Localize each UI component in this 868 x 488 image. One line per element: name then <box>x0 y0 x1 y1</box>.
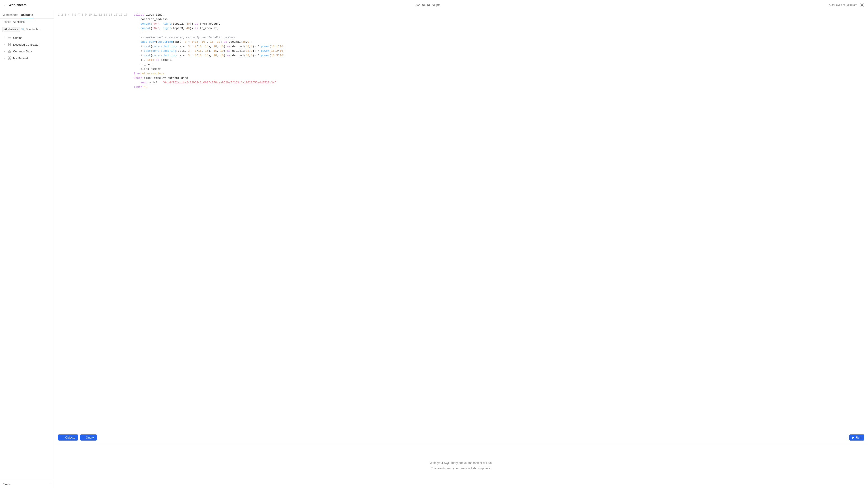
decoded-contracts-icon <box>8 43 11 46</box>
results-hint-line1: Write your SQL query above and then clic… <box>430 460 492 465</box>
toolbar-left: ← Objects ↑ Query <box>58 434 97 441</box>
filter-input[interactable] <box>26 28 52 31</box>
settings-button[interactable]: ⚙ <box>860 3 864 7</box>
chevron-down-icon: ▾ <box>17 28 18 31</box>
sidebar-item-common-data-label: Common Data <box>13 50 32 53</box>
svg-rect-7 <box>10 52 11 53</box>
results-area: Write your SQL query above and then clic… <box>54 443 868 488</box>
svg-rect-10 <box>8 58 9 59</box>
line-numbers: 1 2 3 4 5 6 7 8 9 10 11 12 13 14 15 16 1… <box>54 13 130 429</box>
fields-label: Fields <box>3 483 11 486</box>
common-data-icon <box>8 50 11 53</box>
results-hint: Write your SQL query above and then clic… <box>430 460 492 471</box>
svg-rect-8 <box>8 57 9 58</box>
main-layout: Worksheets Datasets Pinned All chains Al… <box>0 10 868 488</box>
header: ← Worksheets 2022-06-13 9:30pm AutoSaved… <box>0 0 868 10</box>
search-icon: 🔍 <box>21 28 25 31</box>
header-timestamp: 2022-06-13 9:30pm <box>415 3 440 6</box>
code-content[interactable]: select block_time, contract_address, con… <box>130 13 868 429</box>
code-editor: 1 2 3 4 5 6 7 8 9 10 11 12 13 14 15 16 1… <box>54 10 868 432</box>
chevron-right-icon: › <box>3 57 6 60</box>
bottom-toolbar: ← Objects ↑ Query ▶ Run <box>54 432 868 443</box>
chevron-right-icon: › <box>3 36 6 39</box>
query-arrow-icon: ↑ <box>83 436 85 439</box>
svg-rect-9 <box>10 57 11 58</box>
query-button[interactable]: ↑ Query <box>80 434 97 441</box>
chevron-right-icon: › <box>3 43 6 46</box>
svg-rect-4 <box>8 50 9 51</box>
chains-icon <box>8 36 11 39</box>
svg-rect-5 <box>10 50 11 51</box>
sidebar: Worksheets Datasets Pinned All chains Al… <box>0 10 54 488</box>
chevron-right-icon: › <box>3 50 6 53</box>
sidebar-pinned: Pinned All chains <box>0 19 54 25</box>
sidebar-nav: › Chains › <box>0 33 54 480</box>
sidebar-filter: All chains ▾ 🔍 <box>0 25 54 33</box>
run-button[interactable]: ▶ Run <box>849 434 864 441</box>
page-title: Worksheets <box>8 3 26 7</box>
svg-rect-6 <box>8 52 9 53</box>
code-editor-container[interactable]: 1 2 3 4 5 6 7 8 9 10 11 12 13 14 15 16 1… <box>54 10 868 432</box>
header-left: ← Worksheets <box>4 3 26 7</box>
filter-search-container: 🔍 <box>21 28 52 31</box>
sidebar-item-my-dataset-label: My Dataset <box>13 57 28 60</box>
objects-arrow-icon: ← <box>61 436 64 439</box>
sidebar-item-decoded-label: Decoded Contracts <box>13 43 38 46</box>
fields-section: Fields − <box>0 480 54 488</box>
back-icon: ← <box>4 3 7 7</box>
sidebar-item-common-data[interactable]: › Common Data <box>0 48 54 55</box>
sidebar-item-chains-label: Chains <box>13 36 22 39</box>
run-play-icon: ▶ <box>852 436 855 439</box>
my-dataset-icon <box>8 56 11 60</box>
sidebar-item-decoded-contracts[interactable]: › Decoded Contracts <box>0 41 54 48</box>
all-chains-value: All chains <box>13 20 24 24</box>
fields-toggle-button[interactable]: − <box>49 482 51 486</box>
sidebar-item-my-dataset[interactable]: › My Dataset <box>0 55 54 61</box>
editor-area: 1 2 3 4 5 6 7 8 9 10 11 12 13 14 15 16 1… <box>54 10 868 488</box>
autosave-status: AutoSaved at 03:18 am <box>829 3 857 6</box>
results-hint-line2: The results from your query will show up… <box>430 466 492 471</box>
objects-button[interactable]: ← Objects <box>58 434 78 441</box>
pinned-label: Pinned <box>3 20 11 24</box>
sidebar-item-chains[interactable]: › Chains <box>0 34 54 41</box>
chain-selector[interactable]: All chains ▾ <box>2 27 20 32</box>
chain-selector-text: All chains <box>4 28 16 31</box>
sidebar-tabs: Worksheets Datasets <box>0 10 54 19</box>
back-button[interactable]: ← <box>4 3 7 7</box>
svg-rect-11 <box>10 58 11 59</box>
tab-worksheets[interactable]: Worksheets <box>3 12 18 18</box>
tab-datasets[interactable]: Datasets <box>21 12 33 18</box>
